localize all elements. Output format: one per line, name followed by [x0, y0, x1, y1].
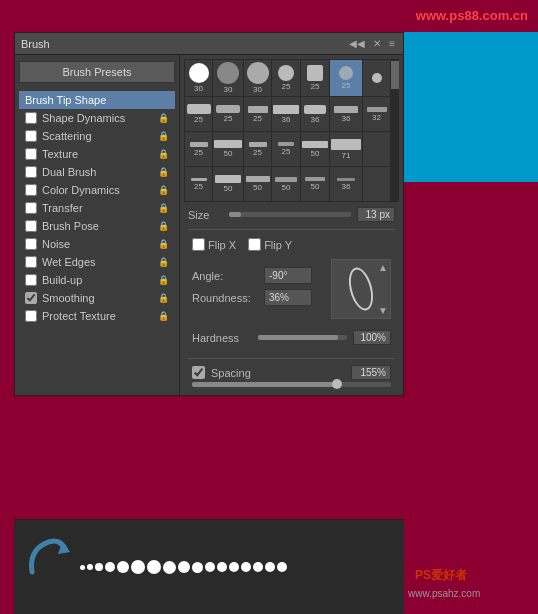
- brush-grid-container: 30 30 30 25: [184, 59, 399, 202]
- sidebar-item-color-dynamics[interactable]: Color Dynamics 🔒: [19, 181, 175, 199]
- sidebar-item-texture[interactable]: Texture 🔒: [19, 145, 175, 163]
- sidebar-label-transfer: Transfer: [42, 202, 158, 214]
- brush-cell[interactable]: 36: [330, 167, 362, 201]
- brush-cell[interactable]: 36: [272, 97, 300, 131]
- sidebar-label-noise: Noise: [42, 238, 158, 250]
- lock-icon-color-dynamics: 🔒: [158, 185, 169, 195]
- brush-scrollbar[interactable]: [391, 59, 399, 202]
- flip-row: Flip X Flip Y: [184, 234, 399, 255]
- checkbox-shape-dynamics[interactable]: [25, 112, 37, 124]
- checkbox-smoothing[interactable]: [25, 292, 37, 304]
- angle-label: Angle:: [192, 270, 264, 282]
- angle-input[interactable]: [264, 267, 312, 284]
- spacing-slider-track[interactable]: [192, 382, 391, 387]
- brush-cell[interactable]: 25: [185, 97, 212, 131]
- panel-title: Brush: [21, 38, 50, 50]
- sidebar-item-brush-tip-shape[interactable]: Brush Tip Shape: [19, 91, 175, 109]
- brush-cell[interactable]: 50: [244, 167, 271, 201]
- stroke-dot: [147, 560, 161, 574]
- sidebar-item-dual-brush[interactable]: Dual Brush 🔒: [19, 163, 175, 181]
- right-bg-blue: [403, 32, 538, 182]
- size-value[interactable]: 13 px: [357, 207, 395, 222]
- sidebar-item-noise[interactable]: Noise 🔒: [19, 235, 175, 253]
- sidebar-item-transfer[interactable]: Transfer 🔒: [19, 199, 175, 217]
- flip-y-label[interactable]: Flip Y: [248, 238, 292, 251]
- lock-icon-build-up: 🔒: [158, 275, 169, 285]
- brush-cell[interactable]: 25: [244, 97, 271, 131]
- checkbox-protect-texture[interactable]: [25, 310, 37, 322]
- checkbox-scattering[interactable]: [25, 130, 37, 142]
- brush-cell[interactable]: 25: [185, 132, 212, 166]
- brush-cell[interactable]: 50: [301, 132, 329, 166]
- checkbox-transfer[interactable]: [25, 202, 37, 214]
- spacing-slider-row: [184, 382, 399, 391]
- checkbox-noise[interactable]: [25, 238, 37, 250]
- sidebar-item-protect-texture[interactable]: Protect Texture 🔒: [19, 307, 175, 325]
- checkbox-color-dynamics[interactable]: [25, 184, 37, 196]
- brush-cell[interactable]: 50: [213, 132, 243, 166]
- sidebar-label-brush-pose: Brush Pose: [42, 220, 158, 232]
- brush-cell[interactable]: 25: [244, 132, 271, 166]
- brush-shape-preview: ▲ ▼: [331, 259, 391, 319]
- sidebar-item-wet-edges[interactable]: Wet Edges 🔒: [19, 253, 175, 271]
- flip-x-checkbox[interactable]: [192, 238, 205, 251]
- checkbox-wet-edges[interactable]: [25, 256, 37, 268]
- brush-cell[interactable]: 30: [185, 60, 212, 96]
- brush-cell[interactable]: 25: [272, 60, 300, 96]
- checkbox-build-up[interactable]: [25, 274, 37, 286]
- checkbox-dual-brush[interactable]: [25, 166, 37, 178]
- brush-cell[interactable]: 25: [272, 132, 300, 166]
- brush-cell[interactable]: 25: [185, 167, 212, 201]
- panel-body: Brush Presets Brush Tip Shape Shape Dyna…: [15, 55, 403, 395]
- brush-cell[interactable]: 25: [330, 60, 362, 96]
- brush-cell[interactable]: [363, 132, 390, 166]
- brush-cell[interactable]: 32: [363, 97, 390, 131]
- spacing-checkbox[interactable]: [192, 366, 205, 379]
- flip-y-checkbox[interactable]: [248, 238, 261, 251]
- roundness-input[interactable]: [264, 289, 312, 306]
- brush-cell[interactable]: 71: [330, 132, 362, 166]
- stroke-dot: [105, 562, 115, 572]
- panel-titlebar: Brush ◀◀ ✕ ≡: [15, 33, 403, 55]
- brush-presets-button[interactable]: Brush Presets: [19, 61, 175, 83]
- spacing-slider-thumb[interactable]: [332, 379, 342, 389]
- brush-cell[interactable]: [363, 60, 390, 96]
- checkbox-brush-pose[interactable]: [25, 220, 37, 232]
- checkbox-texture[interactable]: [25, 148, 37, 160]
- brush-cell[interactable]: 36: [301, 97, 329, 131]
- panel-icons: ◀◀ ✕ ≡: [347, 37, 397, 50]
- flip-x-label[interactable]: Flip X: [192, 238, 236, 251]
- brush-cell[interactable]: 25: [213, 97, 243, 131]
- sidebar-label-scattering: Scattering: [42, 130, 158, 142]
- brush-stroke-preview: [79, 560, 288, 574]
- panel-menu-icon[interactable]: ≡: [387, 37, 397, 50]
- sidebar-label-protect-texture: Protect Texture: [42, 310, 158, 322]
- brush-cell[interactable]: 36: [330, 97, 362, 131]
- collapse-icon[interactable]: ◀◀: [347, 37, 367, 50]
- brush-cell[interactable]: 25: [301, 60, 329, 96]
- brush-cell[interactable]: 50: [272, 167, 300, 201]
- arrow-up-icon: ▲: [378, 262, 388, 273]
- hardness-value[interactable]: 100%: [353, 330, 391, 345]
- hardness-slider-track[interactable]: [258, 335, 347, 340]
- brush-cell[interactable]: 50: [301, 167, 329, 201]
- stroke-dot: [192, 562, 203, 573]
- brush-cell[interactable]: [363, 167, 390, 201]
- brush-cell[interactable]: 50: [213, 167, 243, 201]
- sidebar-item-brush-pose[interactable]: Brush Pose 🔒: [19, 217, 175, 235]
- brush-scrollbar-thumb[interactable]: [391, 61, 399, 89]
- size-slider-track[interactable]: [229, 212, 351, 217]
- stroke-dot: [131, 560, 145, 574]
- spacing-value[interactable]: 155%: [351, 365, 391, 380]
- sidebar-item-scattering[interactable]: Scattering 🔒: [19, 127, 175, 145]
- watermark-top: www.ps88.com.cn: [416, 8, 528, 23]
- close-icon[interactable]: ✕: [371, 37, 383, 50]
- brush-cell[interactable]: 30: [244, 60, 271, 96]
- brush-cell[interactable]: 30: [213, 60, 243, 96]
- redo-icon: [24, 532, 74, 582]
- brush-panel: Brush ◀◀ ✕ ≡ Brush Presets Brush Tip Sha…: [14, 32, 404, 396]
- sidebar-item-smoothing[interactable]: Smoothing 🔒: [19, 289, 175, 307]
- sidebar-item-shape-dynamics[interactable]: Shape Dynamics 🔒: [19, 109, 175, 127]
- size-slider-fill: [229, 212, 241, 217]
- sidebar-item-build-up[interactable]: Build-up 🔒: [19, 271, 175, 289]
